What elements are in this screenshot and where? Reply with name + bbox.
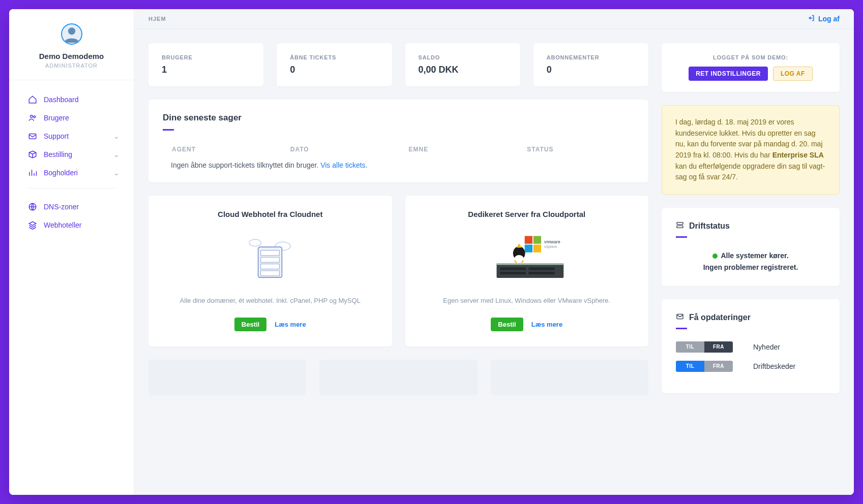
profile-role: ADMINISTRATOR bbox=[19, 62, 124, 69]
toggle-on-label: TIL bbox=[676, 341, 704, 353]
layers-icon bbox=[27, 220, 38, 230]
svg-point-0 bbox=[68, 27, 75, 35]
svg-point-5 bbox=[249, 239, 261, 246]
title-underline bbox=[163, 129, 174, 131]
product-card-webhotel: Cloud Webhotel fra Cloudnet bbox=[148, 196, 392, 346]
placeholder-row bbox=[148, 360, 648, 395]
logout-button[interactable]: LOG AF bbox=[773, 67, 813, 81]
table-header: AGENT DATO EMNE STATUS bbox=[163, 143, 634, 161]
svg-rect-23 bbox=[500, 272, 526, 274]
sidebar-item-label: Support bbox=[44, 132, 69, 140]
edit-settings-button[interactable]: RET INDSTILLINGER bbox=[689, 67, 768, 81]
product-actions: Bestil Læs mere bbox=[161, 318, 380, 331]
product-actions: Bestil Læs mere bbox=[418, 318, 637, 331]
stat-value: 0,00 DKK bbox=[419, 65, 507, 75]
section-header: Driftstatus bbox=[676, 221, 825, 231]
sidebar-item-brugere[interactable]: Brugere bbox=[13, 109, 130, 127]
stat-value: 0 bbox=[547, 65, 635, 75]
chevron-down-icon: ⌄ bbox=[113, 132, 120, 140]
svg-rect-3 bbox=[29, 134, 36, 139]
svg-rect-10 bbox=[261, 264, 280, 269]
sidebar-item-support[interactable]: Support ⌄ bbox=[13, 127, 130, 145]
svg-point-2 bbox=[34, 116, 36, 118]
svg-rect-22 bbox=[500, 268, 526, 270]
users-icon bbox=[27, 113, 38, 123]
stat-value: 0 bbox=[290, 65, 378, 75]
stat-label: ÅBNE TICKETS bbox=[290, 54, 378, 60]
status-text: Alle systemer kører. Ingen problemer reg… bbox=[676, 250, 825, 273]
title-underline bbox=[676, 236, 687, 238]
placeholder-card bbox=[491, 360, 648, 395]
box-icon bbox=[27, 149, 38, 160]
sidebar-item-bestilling[interactable]: Bestilling ⌄ bbox=[13, 145, 130, 164]
svg-point-1 bbox=[31, 115, 33, 118]
stat-label: ABONNEMENTER bbox=[547, 54, 635, 60]
svg-rect-24 bbox=[528, 268, 554, 270]
svg-rect-27 bbox=[677, 226, 683, 228]
product-title: Dedikeret Server fra Cloudportal bbox=[418, 210, 637, 218]
stat-card-tickets: ÅBNE TICKETS 0 bbox=[277, 43, 392, 86]
home-icon bbox=[27, 94, 38, 105]
table-col-emne: EMNE bbox=[409, 146, 507, 153]
show-all-tickets-link[interactable]: Vis alle tickets bbox=[320, 161, 365, 169]
product-desc: Egen server med Linux, Windows eller VMw… bbox=[418, 296, 637, 306]
service-notice: I dag, lørdag d. 18. maj 2019 er vores k… bbox=[662, 105, 840, 195]
toggle-label: Driftbeskeder bbox=[753, 362, 795, 370]
table-col-dato: DATO bbox=[290, 146, 389, 153]
nav-divider bbox=[27, 188, 115, 188]
breadcrumb: HJEM bbox=[148, 16, 166, 22]
order-button[interactable]: Bestil bbox=[491, 318, 523, 331]
status-dot-icon bbox=[712, 254, 718, 259]
stats-row: BRUGERE 1 ÅBNE TICKETS 0 SALDO 0,00 DKK … bbox=[148, 43, 648, 86]
sidebar-item-webhoteller[interactable]: Webhoteller bbox=[13, 216, 130, 234]
mail-heart-icon bbox=[27, 131, 38, 141]
placeholder-card bbox=[148, 360, 306, 395]
server-icon bbox=[676, 221, 684, 231]
sidebar-item-dnszoner[interactable]: DNS-zoner bbox=[13, 198, 130, 216]
product-illustration: vmware vSphere bbox=[418, 230, 637, 286]
logout-label: Log af bbox=[818, 15, 840, 23]
toggle-news[interactable]: TIL FRA bbox=[676, 341, 733, 353]
app-shell: Demo Demodemo ADMINISTRATOR Dashboard Br… bbox=[9, 9, 854, 495]
logout-link[interactable]: Log af bbox=[808, 14, 840, 23]
svg-rect-9 bbox=[261, 257, 280, 262]
stat-card-abonnementer: ABONNEMENTER 0 bbox=[533, 43, 648, 86]
sidebar-item-bogholderi[interactable]: Bogholderi ⌄ bbox=[13, 164, 130, 182]
toggle-row-news: TIL FRA Nyheder bbox=[676, 341, 825, 353]
topbar: HJEM Log af bbox=[134, 9, 854, 29]
toggle-off-label: FRA bbox=[704, 341, 733, 353]
product-row: Cloud Webhotel fra Cloudnet bbox=[148, 196, 648, 346]
sidebar-nav: Dashboard Brugere Support ⌄ Bestilling ⌄… bbox=[9, 80, 134, 244]
section-header: Få opdateringer bbox=[676, 312, 825, 323]
empty-tickets-message: Ingen åbne support-tickets tilknyttet di… bbox=[163, 161, 634, 169]
main: HJEM Log af BRUGERE 1 ÅBNE TICKETS 0 bbox=[134, 9, 854, 495]
svg-rect-26 bbox=[677, 223, 683, 225]
read-more-link[interactable]: Læs mere bbox=[275, 321, 306, 328]
toggle-row-ops: TIL FRA Driftbeskeder bbox=[676, 361, 825, 372]
svg-rect-14 bbox=[525, 245, 532, 253]
recent-tickets-panel: Dine seneste sager AGENT DATO EMNE STATU… bbox=[148, 100, 648, 182]
profile-name: Demo Demodemo bbox=[19, 52, 124, 60]
drift-status-panel: Driftstatus Alle systemer kører. Ingen p… bbox=[662, 208, 840, 286]
svg-text:vSphere: vSphere bbox=[544, 245, 557, 249]
svg-rect-21 bbox=[496, 263, 563, 265]
envelope-icon bbox=[676, 312, 684, 323]
toggle-ops[interactable]: TIL FRA bbox=[676, 361, 733, 372]
sidebar-item-label: DNS-zoner bbox=[44, 203, 79, 211]
table-col-agent: AGENT bbox=[172, 146, 270, 153]
order-button[interactable]: Bestil bbox=[234, 318, 266, 331]
avatar bbox=[61, 23, 82, 45]
svg-rect-13 bbox=[533, 236, 541, 244]
product-title: Cloud Webhotel fra Cloudnet bbox=[161, 210, 380, 218]
stat-card-brugere: BRUGERE 1 bbox=[148, 43, 263, 86]
read-more-link[interactable]: Læs mere bbox=[531, 321, 562, 328]
right-column: LOGGET PÅ SOM DEMO: RET INDSTILLINGER LO… bbox=[662, 43, 840, 406]
globe-icon bbox=[27, 202, 38, 212]
stat-value: 1 bbox=[162, 65, 250, 75]
svg-rect-8 bbox=[261, 250, 280, 256]
stat-card-saldo: SALDO 0,00 DKK bbox=[405, 43, 520, 86]
svg-rect-25 bbox=[528, 272, 554, 274]
placeholder-card bbox=[319, 360, 477, 395]
logged-in-card: LOGGET PÅ SOM DEMO: RET INDSTILLINGER LO… bbox=[662, 43, 840, 92]
sidebar-item-dashboard[interactable]: Dashboard bbox=[13, 90, 130, 109]
